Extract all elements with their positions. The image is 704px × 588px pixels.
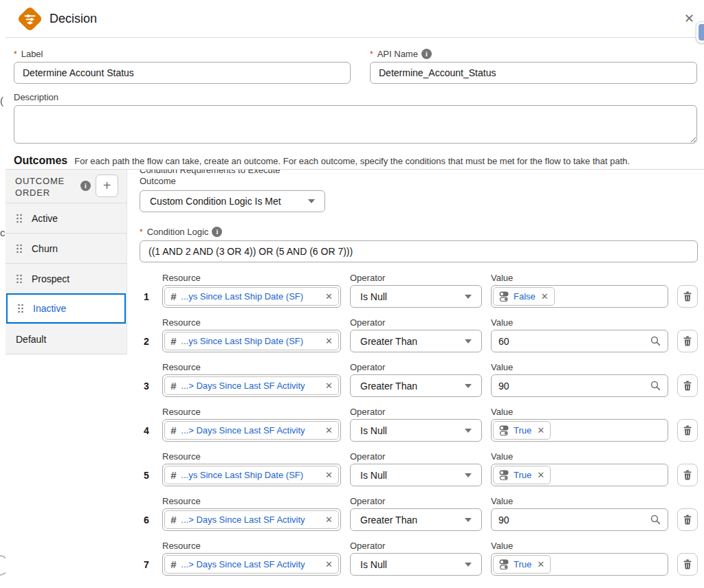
number-type-icon: # <box>170 380 176 392</box>
label-field-label: * Label <box>14 49 351 59</box>
info-icon[interactable]: i <box>212 227 222 237</box>
remove-value-icon[interactable]: ✕ <box>537 470 544 480</box>
operator-select[interactable]: Greater Than <box>350 508 482 531</box>
condition-column-labels: ResourceOperatorValue <box>140 362 704 372</box>
remove-resource-icon[interactable]: ✕ <box>325 336 333 346</box>
api-name-input[interactable] <box>370 62 697 84</box>
operator-select[interactable]: Is Null <box>350 419 482 442</box>
value-input[interactable]: True✕ <box>491 419 668 442</box>
resource-combobox[interactable]: #...ys Since Last Ship Date (SF)✕ <box>162 330 341 352</box>
condition-fields: 1#...ys Since Last Ship Date (SF)✕Is Nul… <box>140 285 704 308</box>
search-icon <box>650 514 661 525</box>
resource-combobox[interactable]: #...> Days Since Last SF Activity✕ <box>162 374 341 397</box>
resource-pill: #...> Days Since Last SF Activity✕ <box>164 555 339 574</box>
chevron-down-icon <box>308 199 315 203</box>
resource-combobox[interactable]: #...ys Since Last Ship Date (SF)✕ <box>162 464 341 486</box>
resource-combobox[interactable]: #...> Days Since Last SF Activity✕ <box>162 508 341 531</box>
remove-resource-icon[interactable]: ✕ <box>325 470 333 480</box>
add-outcome-button[interactable]: + <box>96 174 118 197</box>
drag-handle[interactable] <box>16 214 23 223</box>
condition-row: ResourceOperatorValue6#...> Days Since L… <box>140 496 704 531</box>
operator-column-label: Operator <box>350 273 482 283</box>
delete-condition-button[interactable] <box>677 553 698 576</box>
value-input[interactable]: 60 <box>491 330 668 352</box>
info-icon[interactable]: i <box>80 181 91 191</box>
remove-resource-icon[interactable]: ✕ <box>325 425 333 436</box>
operator-select[interactable]: Is Null <box>350 285 482 308</box>
condition-number: 3 <box>140 381 153 392</box>
condition-logic-input[interactable] <box>140 240 698 262</box>
required-asterisk: * <box>140 227 143 237</box>
resource-pill: #...ys Since Last Ship Date (SF)✕ <box>164 466 339 484</box>
delete-condition-button[interactable] <box>677 374 698 397</box>
delete-condition-button[interactable] <box>677 330 698 352</box>
condition-requirements-select[interactable]: Custom Condition Logic Is Met <box>140 190 325 212</box>
drag-handle-icon <box>16 214 23 223</box>
operator-select[interactable]: Greater Than <box>350 374 482 397</box>
search-icon <box>650 381 661 391</box>
remove-resource-icon[interactable]: ✕ <box>325 559 333 569</box>
collapse-panel-button[interactable]: ◀ <box>698 24 704 41</box>
sidebar-item-default[interactable]: Default <box>6 324 126 354</box>
operator-select[interactable]: Is Null <box>350 553 482 576</box>
canvas-fragment: c <box>0 227 6 238</box>
condition-fields: 3#...> Days Since Last SF Activity✕Great… <box>140 374 704 397</box>
delete-condition-button[interactable] <box>677 464 698 486</box>
remove-value-icon[interactable]: ✕ <box>537 559 544 569</box>
sidebar-item-inactive[interactable]: Inactive <box>6 293 126 324</box>
resource-column-label: Resource <box>162 273 341 283</box>
remove-value-icon[interactable]: ✕ <box>537 425 544 436</box>
operator-select[interactable]: Greater Than <box>350 330 482 352</box>
info-icon[interactable]: i <box>421 49 432 59</box>
sidebar-item-prospect[interactable]: Prospect <box>6 263 126 293</box>
value-input[interactable]: 90 <box>491 374 668 397</box>
resource-pill: #...> Days Since Last SF Activity✕ <box>164 376 339 395</box>
operator-value: Greater Than <box>360 381 417 392</box>
resource-column-label: Resource <box>162 451 341 462</box>
value-input[interactable]: False✕ <box>491 285 668 308</box>
value-column-label: Value <box>491 451 668 462</box>
drag-handle[interactable] <box>16 244 23 253</box>
remove-resource-icon[interactable]: ✕ <box>325 381 333 391</box>
description-textarea[interactable] <box>14 105 697 144</box>
resource-pill-label: ...> Days Since Last SF Activity <box>181 514 305 525</box>
delete-condition-button[interactable] <box>677 419 698 442</box>
sidebar-item-label: Inactive <box>33 303 66 314</box>
resource-combobox[interactable]: #...ys Since Last Ship Date (SF)✕ <box>162 285 341 308</box>
operator-column-label: Operator <box>350 317 482 328</box>
operator-select[interactable]: Is Null <box>350 464 482 486</box>
resource-combobox[interactable]: #...> Days Since Last SF Activity✕ <box>162 419 341 442</box>
trash-icon <box>683 336 692 346</box>
condition-row: ResourceOperatorValue1#...ys Since Last … <box>140 273 704 308</box>
resource-column-label: Resource <box>162 317 341 328</box>
outcome-list: ActiveChurnProspectInactiveDefault <box>6 203 126 354</box>
drag-handle[interactable] <box>16 274 23 284</box>
sidebar-item-active[interactable]: Active <box>6 203 126 233</box>
label-input[interactable] <box>14 62 351 84</box>
chevron-down-icon <box>465 295 472 299</box>
sidebar-item-churn[interactable]: Churn <box>6 233 126 263</box>
remove-resource-icon[interactable]: ✕ <box>325 291 333 302</box>
value-input[interactable]: 90 <box>491 508 668 531</box>
drag-handle[interactable] <box>17 304 24 313</box>
delete-condition-button[interactable] <box>677 508 698 531</box>
required-asterisk: * <box>14 49 17 59</box>
resource-column-label: Resource <box>162 362 341 372</box>
condition-column-labels: ResourceOperatorValue <box>140 407 704 417</box>
required-asterisk: * <box>370 49 373 59</box>
condition-fields: 5#...ys Since Last Ship Date (SF)✕Is Nul… <box>140 464 704 486</box>
close-icon[interactable]: ✕ <box>684 12 694 25</box>
value-input[interactable]: True✕ <box>491 464 668 486</box>
condition-column-labels: ResourceOperatorValue <box>140 273 704 283</box>
condition-column-labels: ResourceOperatorValue <box>140 496 704 506</box>
number-type-icon: # <box>170 335 176 347</box>
delete-condition-button[interactable] <box>677 285 698 308</box>
trash-icon <box>683 291 692 302</box>
value-column-label: Value <box>491 273 668 283</box>
remove-value-icon[interactable]: ✕ <box>541 291 549 302</box>
remove-resource-icon[interactable]: ✕ <box>325 514 333 525</box>
value-input[interactable]: True✕ <box>491 553 668 576</box>
chevron-down-icon <box>465 384 472 388</box>
operator-column-label: Operator <box>350 407 482 417</box>
resource-combobox[interactable]: #...> Days Since Last SF Activity✕ <box>162 553 341 576</box>
